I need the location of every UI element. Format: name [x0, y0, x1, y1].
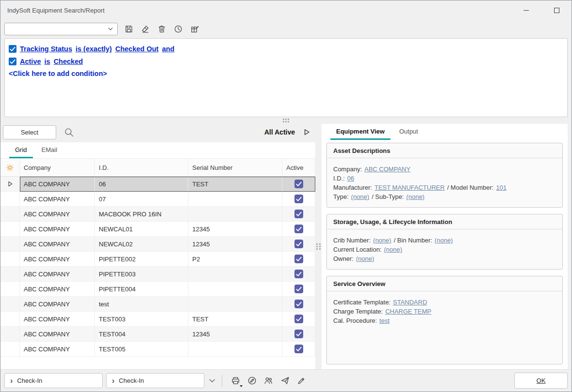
- eraser-icon: [141, 25, 150, 33]
- detail-link[interactable]: CHARGE TEMP: [385, 308, 431, 315]
- print-button[interactable]: [228, 373, 243, 389]
- cell-serial: [188, 267, 282, 282]
- column-header-i-d[interactable]: I.D.: [95, 159, 188, 176]
- active-checkbox[interactable]: [294, 255, 303, 263]
- table-row[interactable]: ABC COMPANYPIPETTE002P2: [0, 252, 315, 267]
- column-chooser-button[interactable]: [0, 159, 20, 176]
- select-button[interactable]: Select: [3, 125, 56, 139]
- table-row[interactable]: ABC COMPANYTEST005: [0, 342, 315, 357]
- active-checkbox[interactable]: [294, 270, 303, 278]
- table-row[interactable]: ABC COMPANYTEST00412345: [0, 327, 315, 342]
- group-title: Asset Descriptions: [327, 143, 562, 158]
- send-button[interactable]: [277, 373, 293, 389]
- detail-link[interactable]: (none): [434, 237, 453, 244]
- chevron-down-icon[interactable]: [107, 26, 114, 32]
- condition-link[interactable]: Active: [20, 58, 41, 65]
- active-checkbox[interactable]: [294, 300, 303, 308]
- table-row[interactable]: ABC COMPANYMACBOOK PRO 16IN: [0, 207, 315, 222]
- edit-button[interactable]: [244, 373, 260, 389]
- detail-link[interactable]: (none): [406, 193, 425, 200]
- active-checkbox[interactable]: [294, 345, 303, 353]
- tab-output[interactable]: Output: [393, 124, 424, 140]
- vertical-splitter[interactable]: [315, 124, 322, 369]
- group-body: Crib Number:(none)/ Bin Number:(none)Cur…: [327, 229, 562, 269]
- check-in-button-1[interactable]: ›Check-In: [4, 373, 103, 388]
- cell-serial: TEST: [188, 312, 282, 327]
- filter-bar: Select All Active: [0, 124, 315, 142]
- save-button[interactable]: [122, 22, 136, 36]
- condition-link[interactable]: is (exactly): [76, 45, 112, 53]
- table-row[interactable]: ABC COMPANYPIPETTE004: [0, 282, 315, 297]
- active-checkbox[interactable]: [294, 315, 303, 323]
- minimize-button[interactable]: [515, 0, 537, 20]
- detail-link[interactable]: 06: [347, 175, 354, 182]
- tab-equipment-view[interactable]: Equipment View: [330, 124, 390, 140]
- detail-link[interactable]: STANDARD: [393, 299, 427, 306]
- table-row[interactable]: ABC COMPANYNEWCAL0112345: [0, 222, 315, 237]
- users-button[interactable]: [261, 373, 276, 389]
- detail-label: I.D.:: [333, 175, 345, 182]
- export-button[interactable]: [187, 22, 202, 36]
- cell-serial: [188, 207, 282, 222]
- check-in-button-2[interactable]: ›Check-In: [106, 373, 204, 388]
- trash-icon: [157, 25, 166, 33]
- table-row[interactable]: ABC COMPANYPIPETTE003: [0, 267, 315, 282]
- table-row[interactable]: ABC COMPANYNEWCAL0212345: [0, 237, 315, 252]
- condition-checkbox[interactable]: [9, 58, 16, 65]
- add-condition-link[interactable]: <Click here to add condition>: [9, 70, 563, 77]
- play-icon[interactable]: [303, 128, 310, 136]
- column-header-serial-number[interactable]: Serial Number: [188, 159, 282, 176]
- column-header-active[interactable]: Active: [282, 159, 315, 176]
- ok-button[interactable]: OK: [514, 373, 568, 389]
- condition-link[interactable]: Checked Out: [115, 45, 158, 53]
- maximize-button[interactable]: [546, 0, 567, 20]
- detail-label: Crib Number:: [333, 237, 371, 244]
- detail-link[interactable]: (none): [351, 193, 370, 200]
- chevron-down-icon[interactable]: [208, 377, 216, 385]
- active-checkbox[interactable]: [294, 240, 303, 248]
- chevron-right-icon: ›: [112, 377, 114, 385]
- detail-link[interactable]: TEST MANUFACTURER: [374, 184, 445, 191]
- cell-company: ABC COMPANY: [20, 222, 95, 237]
- condition-link[interactable]: and: [162, 45, 174, 53]
- row-indicator: [0, 327, 20, 342]
- cell-id: PIPETTE004: [95, 282, 188, 297]
- detail-link[interactable]: 101: [496, 184, 507, 191]
- cell-active: [282, 222, 315, 237]
- table-row[interactable]: ABC COMPANYtest: [0, 297, 315, 312]
- cell-company: ABC COMPANY: [20, 192, 95, 207]
- active-checkbox[interactable]: [294, 210, 303, 218]
- table-row[interactable]: ABC COMPANY06TEST: [0, 177, 315, 192]
- condition-checkbox[interactable]: [9, 45, 16, 53]
- active-checkbox[interactable]: [294, 285, 303, 293]
- condition-link[interactable]: Checked: [54, 58, 83, 65]
- detail-link[interactable]: ABC COMPANY: [364, 166, 410, 173]
- history-button[interactable]: [171, 22, 186, 36]
- results-panel: Select All Active GridEMail CompanyI.D.S…: [0, 124, 315, 369]
- detail-link[interactable]: (none): [384, 246, 402, 253]
- sign-button[interactable]: [294, 373, 309, 389]
- saved-search-combobox[interactable]: [4, 23, 118, 35]
- detail-link[interactable]: test: [379, 317, 389, 324]
- delete-button[interactable]: [155, 22, 169, 36]
- detail-label: Manufacturer:: [333, 184, 372, 191]
- cell-serial: 12345: [188, 327, 282, 342]
- search-icon[interactable]: [64, 127, 74, 137]
- scope-label[interactable]: All Active: [264, 128, 295, 136]
- column-header-company[interactable]: Company: [20, 159, 95, 176]
- table-row[interactable]: ABC COMPANY07: [0, 192, 315, 207]
- detail-link[interactable]: (none): [373, 237, 391, 244]
- active-checkbox[interactable]: [294, 330, 303, 338]
- clear-button[interactable]: [138, 22, 153, 36]
- tab-email[interactable]: EMail: [36, 142, 63, 158]
- active-checkbox[interactable]: [294, 180, 303, 188]
- tab-grid[interactable]: Grid: [9, 142, 33, 158]
- detail-link[interactable]: (none): [356, 255, 374, 262]
- horizontal-splitter[interactable]: [0, 117, 572, 124]
- table-row[interactable]: ABC COMPANYTEST003TEST: [0, 312, 315, 327]
- floppy-icon: [124, 25, 133, 33]
- active-checkbox[interactable]: [294, 225, 303, 233]
- condition-link[interactable]: Tracking Status: [20, 45, 72, 53]
- active-checkbox[interactable]: [294, 195, 303, 203]
- condition-link[interactable]: is: [45, 58, 50, 65]
